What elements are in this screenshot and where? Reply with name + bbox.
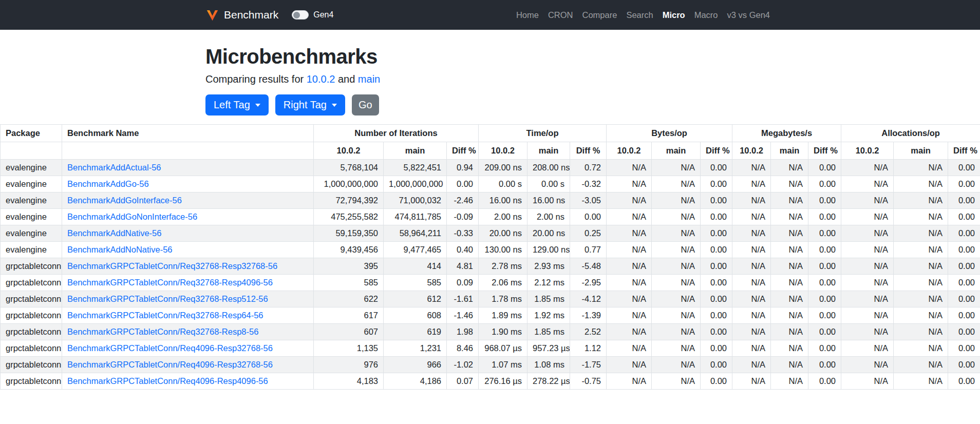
table-row: grpctabletconnBenchmarkGRPCTabletConn/Re… (1, 291, 980, 307)
bytes-group-header: Bytes/op (607, 125, 732, 142)
benchmark-link[interactable]: BenchmarkGRPCTabletConn/Req4096-Resp3276… (67, 360, 273, 369)
bytes-left-cell: N/A (607, 160, 652, 176)
benchmark-name-cell: BenchmarkAddActual-56 (62, 160, 314, 176)
allocations-diff-cell: 0.00 (948, 291, 980, 307)
iterations-diff-cell: -0.09 (447, 209, 479, 225)
gen4-toggle[interactable] (292, 10, 309, 20)
benchmark-link[interactable]: BenchmarkGRPCTabletConn/Req4096-Resp3276… (67, 343, 273, 353)
benchmark-name-header: Benchmark Name (62, 125, 314, 142)
allocations-diff-cell: 0.00 (948, 373, 980, 390)
iterations-left-cell: 617 (314, 307, 384, 324)
megabytes-right-cell: N/A (771, 357, 808, 373)
megabytes-diff-cell: 0.00 (808, 324, 841, 340)
package-cell: evalengine (1, 192, 62, 209)
time-right-cell: 208.00 ns (527, 160, 570, 176)
benchmark-name-cell: BenchmarkGRPCTabletConn/Req4096-Resp3276… (62, 357, 314, 373)
go-button[interactable]: Go (352, 94, 379, 115)
brand-link[interactable]: Benchmark (205, 8, 278, 22)
benchmark-link[interactable]: BenchmarkGRPCTabletConn/Req32768-Resp512… (67, 294, 268, 303)
time-diff-cell: -1.75 (570, 357, 607, 373)
benchmark-link[interactable]: BenchmarkAddGo-56 (67, 179, 149, 188)
allocations-diff-header: Diff % (948, 142, 980, 160)
allocations-diff-cell: 0.00 (948, 307, 980, 324)
bytes-diff-cell: 0.00 (701, 275, 732, 291)
iterations-left-cell: 395 (314, 258, 384, 275)
allocations-right-cell: N/A (894, 242, 948, 258)
table-header: Package Benchmark Name Number of Iterati… (1, 125, 980, 160)
toggle-knob-icon (293, 12, 300, 18)
bytes-diff-cell: 0.00 (701, 242, 732, 258)
megabytes-left-cell: N/A (732, 242, 771, 258)
time-diff-header: Diff % (570, 142, 607, 160)
iterations-right-header: main (384, 142, 447, 160)
time-right-cell: 129.00 ns (527, 242, 570, 258)
time-left-cell: 1.78 ms (479, 291, 527, 307)
bytes-right-cell: N/A (652, 357, 701, 373)
iterations-diff-cell: -1.61 (447, 291, 479, 307)
chevron-down-icon (332, 104, 337, 107)
megabytes-right-cell: N/A (771, 160, 808, 176)
gen4-toggle-group: Gen4 (292, 10, 333, 20)
megabytes-diff-cell: 0.00 (808, 160, 841, 176)
nav-item-v3-vs-gen4[interactable]: v3 vs Gen4 (723, 6, 775, 24)
benchmark-link[interactable]: BenchmarkGRPCTabletConn/Req32768-Resp8-5… (67, 327, 258, 336)
bytes-diff-cell: 0.00 (701, 324, 732, 340)
nav-item-micro[interactable]: Micro (658, 6, 690, 24)
nav-item-cron[interactable]: CRON (543, 6, 578, 24)
bytes-right-cell: N/A (652, 291, 701, 307)
iterations-diff-cell: -2.46 (447, 192, 479, 209)
megabytes-left-cell: N/A (732, 176, 771, 192)
iterations-right-cell: 585 (384, 275, 447, 291)
time-diff-cell: -2.95 (570, 275, 607, 291)
allocations-right-header: main (894, 142, 948, 160)
allocations-left-header: 10.0.2 (841, 142, 894, 160)
bytes-diff-cell: 0.00 (701, 357, 732, 373)
navbar: Benchmark Gen4 Home CRON Compare Search … (0, 0, 980, 30)
nav-item-macro[interactable]: Macro (690, 6, 723, 24)
package-cell: grpctabletconn (1, 275, 62, 291)
nav-item-home[interactable]: Home (512, 6, 543, 24)
allocations-diff-cell: 0.00 (948, 324, 980, 340)
iterations-diff-cell: 0.07 (447, 373, 479, 390)
bytes-diff-cell: 0.00 (701, 258, 732, 275)
allocations-right-cell: N/A (894, 291, 948, 307)
benchmark-link[interactable]: BenchmarkAddActual-56 (67, 163, 161, 172)
package-cell: grpctabletconn (1, 307, 62, 324)
benchmark-link[interactable]: BenchmarkGRPCTabletConn/Req32768-Resp409… (67, 278, 273, 287)
benchmark-link[interactable]: BenchmarkGRPCTabletConn/Req32768-Resp64-… (67, 311, 263, 320)
iterations-diff-cell: 0.94 (447, 160, 479, 176)
megabytes-right-header: main (771, 142, 808, 160)
bytes-right-cell: N/A (652, 209, 701, 225)
allocations-right-cell: N/A (894, 209, 948, 225)
left-tag-link[interactable]: 10.0.2 (307, 73, 335, 85)
right-tag-link[interactable]: main (358, 73, 380, 85)
allocations-diff-cell: 0.00 (948, 242, 980, 258)
table-row: grpctabletconnBenchmarkGRPCTabletConn/Re… (1, 307, 980, 324)
navbar-container: Benchmark Gen4 Home CRON Compare Search … (197, 6, 783, 24)
benchmark-link[interactable]: BenchmarkGRPCTabletConn/Req4096-Resp4096… (67, 376, 268, 386)
nav-item-compare[interactable]: Compare (578, 6, 622, 24)
megabytes-right-cell: N/A (771, 291, 808, 307)
benchmark-link[interactable]: BenchmarkAddNoNative-56 (67, 245, 173, 254)
megabytes-left-cell: N/A (732, 160, 771, 176)
table-row: evalengineBenchmarkAddGoNonInterface-564… (1, 209, 980, 225)
allocations-left-cell: N/A (841, 192, 894, 209)
right-tag-dropdown[interactable]: Right Tag (275, 94, 345, 115)
megabytes-left-cell: N/A (732, 357, 771, 373)
megabytes-right-cell: N/A (771, 176, 808, 192)
megabytes-diff-cell: 0.00 (808, 192, 841, 209)
table-row: grpctabletconnBenchmarkGRPCTabletConn/Re… (1, 357, 980, 373)
benchmark-link[interactable]: BenchmarkGRPCTabletConn/Req32768-Resp327… (67, 261, 277, 271)
chevron-down-icon (255, 104, 260, 107)
benchmark-link[interactable]: BenchmarkAddGoNonInterface-56 (67, 212, 197, 221)
right-tag-dropdown-label: Right Tag (284, 99, 327, 111)
time-left-cell: 2.00 ns (479, 209, 527, 225)
benchmark-link[interactable]: BenchmarkAddNative-56 (67, 228, 161, 238)
bytes-diff-cell: 0.00 (701, 192, 732, 209)
allocations-right-cell: N/A (894, 373, 948, 390)
megabytes-left-cell: N/A (732, 258, 771, 275)
time-diff-cell: -0.75 (570, 373, 607, 390)
nav-item-search[interactable]: Search (621, 6, 657, 24)
left-tag-dropdown[interactable]: Left Tag (205, 94, 269, 115)
benchmark-link[interactable]: BenchmarkAddGoInterface-56 (67, 196, 182, 205)
